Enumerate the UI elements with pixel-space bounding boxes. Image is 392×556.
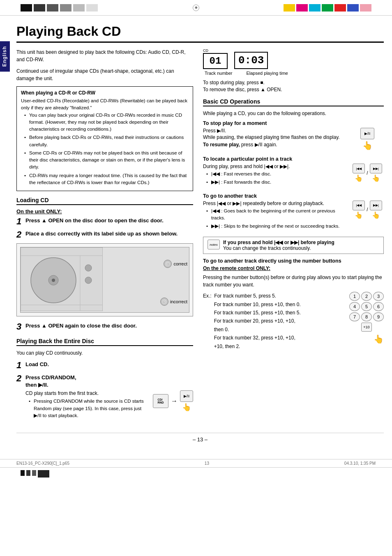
step3-number: 3	[16, 322, 24, 331]
footer: EN13-16_PC-X290[C]_1.p65 13 04.3.10, 1:3…	[0, 459, 392, 467]
another-track-text: Press |◀◀ or ▶▶| repeatedly before or du…	[203, 201, 348, 231]
locate-header: To locate a particular point in a track	[203, 156, 384, 162]
cd-player-drawing: correct incorrect	[20, 247, 189, 313]
elapsed-time-display: 0:03	[234, 52, 268, 69]
another-track-row: Press |◀◀ or ▶▶| repeatedly before or du…	[203, 201, 384, 231]
hand-icon-stop: 👆	[362, 141, 373, 150]
hand-play-icon: ▶/II 👆	[180, 390, 193, 412]
intro-line1: This unit has been designed to play back…	[16, 48, 193, 63]
num-btn-6: 6	[373, 302, 384, 311]
pb-step2-content: Press CD/RANDOM, then ▶/II. CD play star…	[25, 374, 193, 420]
on-remote-only-header: On the remote control ONLY:	[203, 265, 384, 271]
page-number: – 13 –	[16, 433, 384, 443]
fwd2-btn-icon: ▶▶|	[370, 201, 382, 210]
on-unit-only-header: On the unit ONLY:	[16, 208, 193, 215]
cd-superscript: CD	[203, 48, 208, 53]
pb-step1-number: 1	[16, 361, 24, 370]
step2: 2 Place a disc correctly with its label …	[16, 230, 193, 239]
rew2-btn-icon: |◀◀	[353, 201, 365, 210]
cd-random-icons: CD/RND → ▶/II 👆	[153, 390, 193, 412]
display-group: CD 01 0:03	[203, 48, 384, 69]
stop-moment-icon: ▶/II 👆	[351, 128, 384, 150]
stop-during-play: To stop during play, press ■.	[203, 80, 384, 85]
hand-icon-fwd: 👆	[372, 174, 380, 182]
track-number-label: Track number	[205, 71, 232, 76]
number-grid: 1 2 3 4 5 6 7 8 9 +10	[349, 292, 384, 332]
num-btn-4: 4	[349, 302, 360, 311]
elapsed-time-label: Elapsed playing time	[246, 71, 288, 76]
example-col: Ex.: For track number 5, press 5. For tr…	[203, 292, 384, 351]
info-box-line1: User-edited CD-Rs (Recordable) and CD-RW…	[21, 97, 189, 112]
another-track-icons: |◀◀ 👆 / ▶▶| 👆	[351, 201, 384, 219]
locate-row: During play, press and hold |◀◀ or ▶▶|. …	[203, 164, 384, 187]
bottom-left-decoration	[21, 470, 49, 478]
hand-icon-numpad: 👆	[349, 334, 384, 344]
basic-ops-header: Basic CD Operations	[203, 98, 384, 106]
slash-sep2: /	[367, 207, 368, 212]
correct-label: correct	[164, 260, 187, 268]
num-btn-2: 2	[361, 292, 372, 301]
list-item: Some CD-Rs or CD-RWs may not be played b…	[24, 150, 189, 171]
num-btn-8: 8	[361, 312, 372, 321]
num-btn-1: 1	[349, 292, 360, 301]
list-item: ▶▶| : Skips to the beginning of the next…	[206, 223, 348, 230]
svg-point-3	[52, 279, 55, 282]
arrow-right-icon: →	[171, 397, 178, 405]
footer-center: 13	[205, 461, 209, 466]
num-btn-7: 7	[349, 312, 360, 321]
incorrect-label: incorrect	[160, 298, 187, 306]
bottom-bar	[0, 467, 392, 480]
cd-random-btn-icon: CD/RND	[153, 394, 168, 408]
list-item: You can play back your original CD-Rs or…	[24, 112, 189, 133]
track-number-value: 01	[203, 53, 228, 69]
step1: 1 Press ▲ OPEN on the disc door to open …	[16, 217, 193, 226]
pb-step2-bullets: Pressing CD/RANDOM while the source is C…	[25, 398, 146, 419]
footer-left: EN13-16_PC-X290[C]_1.p65	[16, 461, 69, 466]
num-btn-3: 3	[373, 292, 384, 301]
intro-line2: Continued use of irregular shape CDs (he…	[16, 67, 193, 82]
list-item: Before playing back CD-Rs or CD-RWs, rea…	[24, 134, 189, 148]
right-column: CD 01 0:03 Track number Elapsed playing …	[203, 48, 384, 424]
number-buttons-grid: 1 2 3 4 5 6 7 8 9 +10 👆	[349, 292, 384, 351]
elapsed-time-value: 0:03	[234, 52, 268, 69]
hand-icon-rew2: 👆	[355, 211, 363, 219]
hand-icon-fwd2: 👆	[372, 211, 380, 219]
svg-point-8	[85, 277, 92, 284]
info-box-title: When playing a CD-R or CD-RW	[21, 90, 189, 96]
fwd-btn-icon: ▶▶|	[370, 164, 382, 173]
info-box-cdr: When playing a CD-R or CD-RW User-edited…	[16, 86, 193, 191]
number-buttons-section: To go to another track directly using th…	[203, 258, 384, 351]
loading-cd-header: Loading CD	[16, 197, 193, 205]
list-item: CD-RWs may require a longer readout time…	[24, 172, 189, 187]
notes-content: If you press and hold |◀◀ or ▶▶| before …	[223, 240, 334, 251]
slash-sep: /	[367, 170, 368, 176]
stop-moment-section: To stop play for a moment Press ▶/II. Wh…	[203, 120, 384, 150]
stop-moment-header: To stop play for a moment	[203, 120, 384, 126]
cd-image-area: correct incorrect	[16, 243, 193, 316]
notes-icon: notes	[208, 240, 220, 249]
header-bar: ⊕	[0, 0, 392, 16]
header-center-symbol: ⊕	[193, 5, 199, 11]
num-btn-5: 5	[361, 302, 372, 311]
page-title: Playing Back CD	[16, 24, 384, 43]
cd-player-svg	[21, 247, 103, 311]
another-track-bullets: |◀◀ : Goes back to the beginning of the …	[203, 208, 348, 230]
svg-point-7	[85, 265, 92, 271]
another-track-section: To go to another track Press |◀◀ or ▶▶| …	[203, 193, 384, 231]
list-item: |◀◀ : Fast reverses the disc.	[206, 171, 348, 178]
num-btn-empty	[349, 323, 360, 332]
num-btn-9: 9	[373, 312, 384, 321]
pb-step2: 2 Press CD/RANDOM, then ▶/II. CD play st…	[16, 374, 193, 420]
left-column: This unit has been designed to play back…	[16, 48, 193, 424]
playing-back-intro: You can play CD continuously.	[16, 349, 193, 357]
step1-number: 1	[16, 217, 24, 226]
hand-icon-rew: 👆	[355, 174, 363, 182]
display-labels: Track number Elapsed playing time	[205, 71, 384, 76]
list-item: |◀◀ : Goes back to the beginning of the …	[206, 208, 348, 222]
number-buttons-text: Pressing the number button(s) before or …	[203, 274, 384, 288]
pb-step2-number: 2	[16, 374, 24, 383]
locate-icons: |◀◀ 👆 / ▶▶| 👆	[351, 164, 384, 182]
locate-text: During play, press and hold |◀◀ or ▶▶|. …	[203, 164, 348, 187]
two-column-layout: This unit has been designed to play back…	[16, 48, 384, 424]
footer-right: 04.3.10, 1:35 PM	[344, 461, 376, 466]
